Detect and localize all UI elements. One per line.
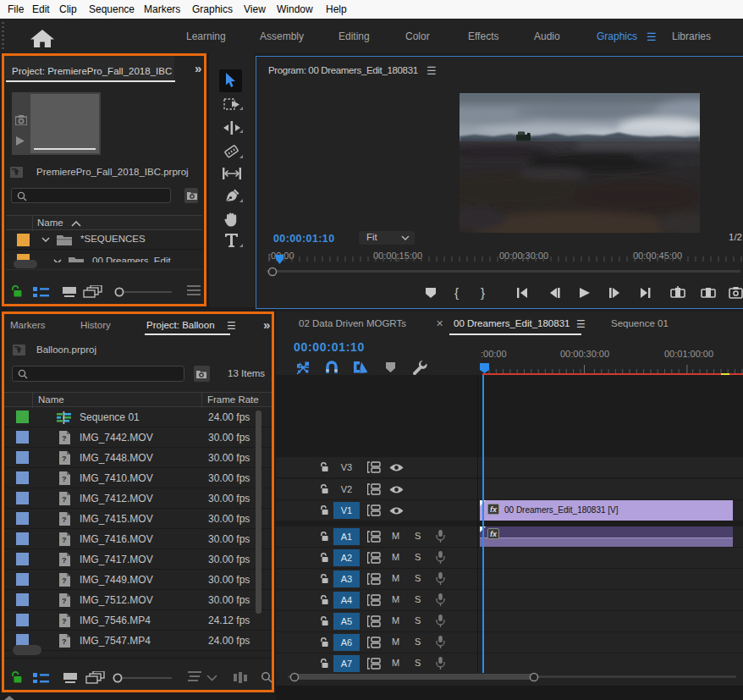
svg-text:}: } <box>481 286 485 300</box>
svg-text:?: ? <box>62 475 67 483</box>
svg-text:?: ? <box>62 597 67 605</box>
svg-text:?: ? <box>62 455 67 463</box>
svg-text:?: ? <box>62 576 67 585</box>
svg-text:?: ? <box>62 617 67 626</box>
svg-text:?: ? <box>62 434 67 443</box>
svg-text:?: ? <box>62 536 67 544</box>
svg-text:?: ? <box>62 637 67 646</box>
svg-text:?: ? <box>62 556 67 565</box>
svg-text:?: ? <box>62 495 67 504</box>
svg-text:{: { <box>454 286 459 300</box>
svg-text:?: ? <box>62 515 67 524</box>
